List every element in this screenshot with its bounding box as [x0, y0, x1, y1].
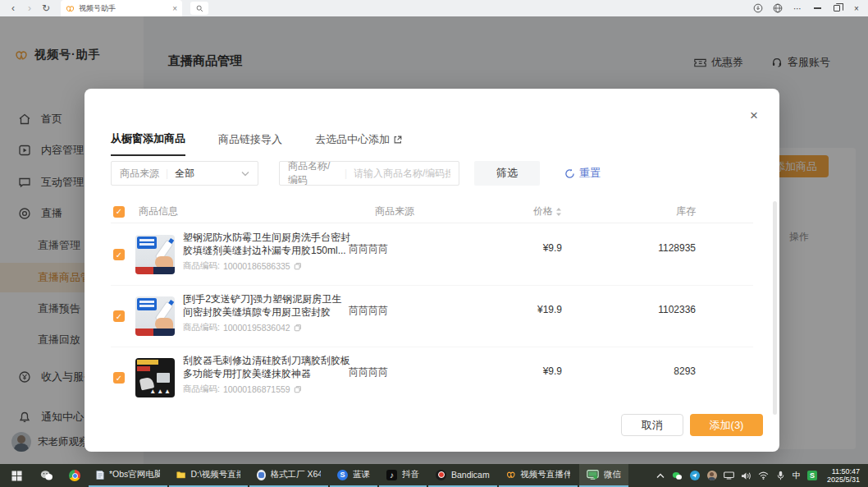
product-title: 塑钢泥防水防霉卫生间厨房洗手台密封胶填缝剂美缝封边补漏专用胶150ml... — [183, 231, 351, 257]
product-price: ¥9.9 — [543, 242, 562, 254]
product-source: 苘苘苘苘 — [349, 242, 388, 256]
screen: ‹ › ↻ 视频号助手 × ⋯ × 视频号·助手 — [0, 0, 868, 487]
tab-label: 从橱窗添加商品 — [111, 131, 185, 146]
tray-display-icon[interactable] — [724, 470, 735, 481]
copy-icon[interactable] — [294, 324, 302, 332]
product-search-box: 商品名称/编码 | — [279, 161, 459, 186]
taskbar-app-format-factory[interactable]: 格式工厂 X64 ... — [249, 464, 328, 487]
copy-icon[interactable] — [294, 385, 302, 393]
globe-icon[interactable] — [770, 1, 786, 16]
column-price[interactable]: 价格 — [533, 204, 562, 218]
download-icon[interactable] — [750, 1, 766, 16]
product-stock: 1128935 — [658, 242, 696, 254]
taskbar-wechat-pinned[interactable] — [33, 464, 61, 487]
row-checkbox[interactable]: ✓ — [113, 249, 125, 260]
table-row: ✓ [到手2支送铲刀]强力塑钢泥厨房卫生间密封胶美缝填隙专用厨卫密封胶150M.… — [111, 286, 753, 347]
browser-forward-icon[interactable]: › — [21, 1, 38, 16]
column-product-info: 商品信息 — [139, 204, 178, 218]
product-title: [到手2支送铲刀]强力塑钢泥厨房卫生间密封胶美缝填隙专用厨卫密封胶150M... — [183, 292, 351, 319]
format-factory-icon — [257, 470, 266, 480]
taskbar-app-channels-companion[interactable]: 视频号直播伴侣 — [499, 464, 578, 487]
speaker-icon[interactable] — [741, 470, 752, 481]
taskbar-app-bandicam[interactable]: Bandicam — [428, 464, 497, 487]
taskbar-app-label: 抖音 — [402, 469, 419, 480]
tab-label: 去选品中心添加 — [315, 132, 390, 147]
ime-indicator[interactable]: 中 — [793, 470, 801, 481]
taskbar-app-label: 蓝课 — [353, 469, 370, 480]
window-restore-button[interactable] — [829, 1, 845, 16]
filter-button[interactable]: 筛选 — [474, 161, 540, 186]
tray-avatar-icon[interactable] — [706, 470, 718, 481]
chevron-down-icon — [241, 171, 249, 177]
folder-icon — [176, 470, 185, 480]
douyin-icon: ♪ — [386, 470, 397, 480]
taskbar-clock[interactable]: 11:50:47 2025/5/31 — [824, 467, 863, 484]
product-image — [135, 235, 175, 274]
wechat-window-icon — [587, 470, 599, 480]
tab-close-icon[interactable]: × — [172, 4, 177, 13]
tray-wechat-icon[interactable] — [672, 470, 683, 481]
modal-tabs: 从橱窗添加商品 商品链接导入 去选品中心添加 — [111, 131, 403, 156]
taskbar-app-label: *Obs官网电脑... — [109, 469, 160, 480]
lanke-icon: S — [337, 470, 348, 480]
copy-icon[interactable] — [294, 262, 302, 270]
modal-scrollbar[interactable] — [773, 201, 777, 415]
taskbar-app-label: D:\视频号直播... — [190, 469, 240, 480]
row-checkbox[interactable]: ✓ — [113, 372, 125, 384]
channels-taskbar-icon — [506, 470, 516, 480]
mic-icon[interactable] — [775, 470, 787, 481]
external-link-icon — [393, 135, 403, 145]
product-price: ¥19.9 — [537, 304, 562, 315]
taskbar-chrome-pinned[interactable] — [61, 464, 89, 487]
taskbar-app-label: 格式工厂 X64 ... — [271, 469, 321, 480]
tray-s-icon[interactable]: S — [806, 470, 818, 481]
clock-date: 2025/5/31 — [827, 476, 860, 484]
browser-reload-icon[interactable]: ↻ — [38, 1, 54, 16]
tab-go-selection-center[interactable]: 去选品中心添加 — [315, 131, 403, 156]
product-source-select[interactable]: 商品来源 | 全部 — [111, 161, 258, 186]
windows-taskbar: *Obs官网电脑... D:\视频号直播... 格式工厂 X64 ... S 蓝… — [0, 464, 868, 487]
wifi-icon[interactable] — [758, 470, 770, 481]
window-minimize-button[interactable] — [809, 1, 825, 16]
taskbar-app-wechat-window[interactable]: 微信 — [579, 464, 628, 487]
tab-add-from-showcase[interactable]: 从橱窗添加商品 — [111, 131, 185, 156]
reset-button[interactable]: 重置 — [564, 166, 601, 181]
notepad-icon — [96, 470, 104, 480]
tray-telegram-icon[interactable] — [689, 470, 701, 481]
search-label: 商品名称/编码 — [288, 159, 338, 187]
product-source: 苘苘苘苘 — [349, 304, 388, 318]
taskbar-app-obs-notes[interactable]: *Obs官网电脑... — [89, 464, 167, 487]
tab-title: 视频号助手 — [79, 3, 168, 14]
taskbar-app-douyin[interactable]: ♪ 抖音 — [379, 464, 427, 487]
start-button[interactable] — [0, 464, 33, 487]
table-row: ✓ 塑钢泥防水防霉卫生间厨房洗手台密封胶填缝剂美缝封边补漏专用胶150ml...… — [111, 224, 753, 286]
window-close-button[interactable]: × — [848, 1, 865, 16]
cancel-button[interactable]: 取消 — [621, 414, 683, 436]
new-tab-search-button[interactable] — [190, 2, 208, 15]
tray-expand-icon[interactable] — [655, 470, 666, 481]
product-source: 苘苘苘苘 — [349, 365, 388, 379]
taskbar-app-lanke[interactable]: S 蓝课 — [330, 464, 377, 487]
product-stock: 8293 — [674, 365, 696, 377]
row-checkbox[interactable]: ✓ — [113, 310, 125, 322]
browser-more-icon[interactable]: ⋯ — [789, 1, 806, 16]
product-search-input[interactable] — [354, 168, 450, 179]
confirm-add-button[interactable]: 添加(3) — [690, 414, 763, 436]
taskbar-app-explorer[interactable]: D:\视频号直播... — [169, 464, 248, 487]
browser-back-icon[interactable]: ‹ — [5, 1, 21, 16]
source-value: 全部 — [175, 167, 235, 181]
product-image — [135, 296, 175, 336]
browser-tab[interactable]: 视频号助手 × — [61, 0, 182, 16]
select-all-checkbox[interactable]: ✓ — [113, 206, 125, 218]
product-code: 10000186586335 — [223, 261, 290, 271]
modal-close-icon[interactable]: × — [750, 108, 758, 122]
price-label: 价格 — [533, 204, 553, 218]
tab-import-by-link[interactable]: 商品链接导入 — [218, 131, 282, 156]
add-product-modal: × 从橱窗添加商品 商品链接导入 去选品中心添加 商品来源 | 全部 商品名称/… — [85, 89, 779, 452]
clock-time: 11:50:47 — [827, 467, 860, 476]
product-stock: 1102336 — [658, 304, 696, 315]
tab-label: 商品链接导入 — [218, 132, 282, 147]
product-image: ▲▲▲ — [135, 358, 175, 397]
bandicam-icon — [436, 470, 446, 480]
column-stock: 库存 — [676, 204, 696, 218]
